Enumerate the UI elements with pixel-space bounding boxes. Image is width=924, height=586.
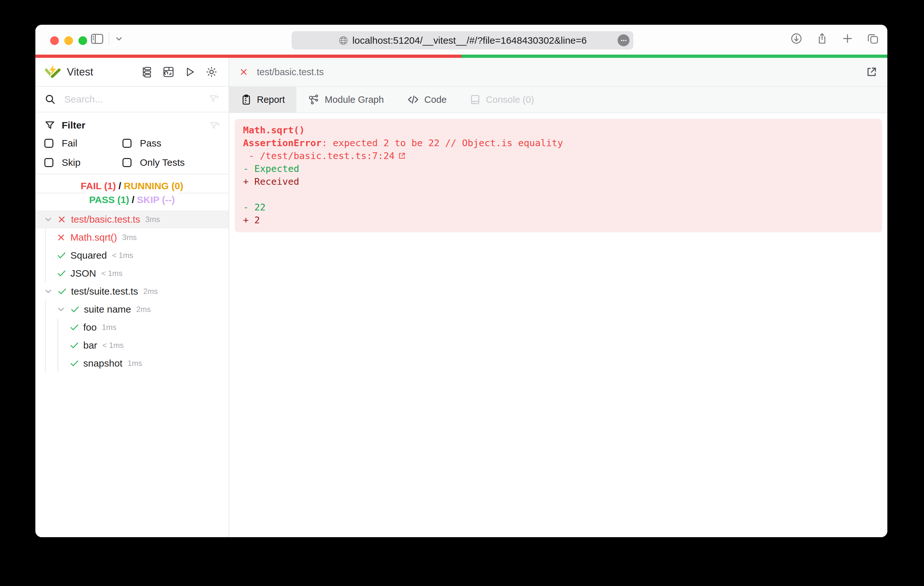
tree-row[interactable]: test/basic.test.ts3ms bbox=[35, 211, 229, 229]
sidebar: Vitest bbox=[35, 58, 229, 537]
sidebar-toggle-icon[interactable] bbox=[91, 33, 104, 44]
pass-count: PASS (1) bbox=[89, 194, 129, 205]
url-text: localhost:51204/__vitest__/#/?file=16484… bbox=[352, 35, 587, 46]
theme-toggle-sun-icon[interactable] bbox=[203, 64, 219, 80]
tree-row[interactable]: JSON< 1ms bbox=[35, 264, 229, 282]
downloads-icon[interactable] bbox=[790, 33, 802, 44]
test-duration: 3ms bbox=[145, 215, 160, 224]
globe-icon bbox=[338, 35, 348, 46]
pass-icon bbox=[69, 322, 83, 333]
pass-icon bbox=[56, 268, 70, 278]
vitest-logo bbox=[45, 64, 61, 80]
tree-view-toggle-icon[interactable] bbox=[139, 64, 155, 80]
test-label: test/suite.test.ts bbox=[71, 286, 138, 297]
tab-overview-icon[interactable] bbox=[867, 33, 879, 44]
test-duration: < 1ms bbox=[112, 251, 133, 260]
running-count: RUNNING (0) bbox=[124, 181, 183, 191]
share-icon[interactable] bbox=[816, 33, 828, 44]
new-tab-icon[interactable] bbox=[842, 33, 853, 44]
checkbox-skip[interactable] bbox=[45, 158, 53, 167]
file-header: test/basic.test.ts bbox=[229, 58, 887, 87]
close-window-button[interactable] bbox=[50, 36, 59, 45]
error-message: AssertionError: expected 2 to be 22 // O… bbox=[243, 137, 873, 150]
tab-report[interactable]: Report bbox=[229, 87, 297, 112]
fail-icon bbox=[56, 233, 70, 242]
open-file-name: test/basic.test.ts bbox=[257, 67, 866, 77]
test-duration: 3ms bbox=[122, 233, 137, 242]
filter-option-fail[interactable]: Fail bbox=[45, 137, 122, 150]
tree-row[interactable]: Squared< 1ms bbox=[35, 247, 229, 264]
view-tabs: ReportModule GraphCodeConsole (0) bbox=[229, 87, 887, 113]
test-duration: < 1ms bbox=[102, 341, 124, 350]
test-duration: < 1ms bbox=[101, 269, 122, 278]
dashboard-icon[interactable] bbox=[160, 64, 177, 80]
zoom-window-button[interactable] bbox=[78, 36, 87, 45]
tree-row[interactable]: snapshot1ms bbox=[35, 354, 229, 372]
test-duration: 1ms bbox=[128, 359, 142, 368]
stack-frame[interactable]: - /test/basic.test.ts:7:24 bbox=[243, 150, 873, 162]
chevron-down-icon[interactable] bbox=[43, 286, 57, 296]
test-label: Math.sqrt() bbox=[70, 232, 117, 243]
test-duration: 1ms bbox=[102, 323, 116, 332]
test-label: suite name bbox=[84, 304, 131, 315]
chevron-down-icon[interactable] bbox=[43, 215, 57, 224]
summary-line-1: FAIL (1)/RUNNING (0) bbox=[35, 179, 229, 193]
browser-toolbar: localhost:51204/__vitest__/#/?file=16484… bbox=[35, 25, 887, 54]
filter-option-only-tests[interactable]: Only Tests bbox=[122, 156, 219, 169]
filter-option-skip[interactable]: Skip bbox=[45, 156, 122, 169]
progress-fail bbox=[35, 54, 461, 58]
tree-row[interactable]: foo1ms bbox=[35, 318, 229, 336]
pass-icon bbox=[69, 358, 83, 369]
skip-count: SKIP (--) bbox=[137, 194, 175, 205]
tree-row[interactable]: suite name2ms bbox=[35, 300, 229, 318]
clear-search-filter-icon[interactable] bbox=[209, 94, 219, 105]
chevron-down-icon[interactable] bbox=[114, 35, 124, 43]
test-tree: test/basic.test.ts3msMath.sqrt()3msSquar… bbox=[35, 211, 229, 537]
chevron-down-icon[interactable] bbox=[56, 305, 70, 314]
diff-block: - Expected+ Received - 22+ 2 bbox=[243, 162, 873, 227]
window-controls bbox=[50, 36, 87, 45]
test-label: JSON bbox=[70, 268, 96, 279]
diff-line-received: + 2 bbox=[243, 214, 873, 227]
pass-icon bbox=[70, 304, 84, 314]
test-label: Squared bbox=[70, 250, 107, 261]
progress-pass bbox=[461, 54, 887, 58]
tab-console-0[interactable]: Console (0) bbox=[458, 87, 546, 112]
filter-icon bbox=[45, 120, 55, 131]
run-all-icon[interactable] bbox=[182, 64, 198, 80]
app-title: Vitest bbox=[67, 66, 139, 78]
minimize-window-button[interactable] bbox=[64, 36, 73, 45]
pass-icon bbox=[56, 250, 70, 260]
clipboard-icon bbox=[241, 94, 252, 105]
summary-line-2: PASS (1)/SKIP (--) bbox=[35, 193, 229, 207]
open-in-editor-icon[interactable] bbox=[866, 66, 878, 78]
diff-line-expected: - 22 bbox=[243, 201, 873, 214]
tree-row[interactable]: bar< 1ms bbox=[35, 336, 229, 354]
test-progress-bar bbox=[35, 54, 887, 58]
open-in-editor-icon[interactable] bbox=[398, 151, 406, 160]
search-input[interactable] bbox=[64, 94, 209, 105]
address-bar[interactable]: localhost:51204/__vitest__/#/?file=16484… bbox=[292, 31, 634, 49]
checkbox-only-tests[interactable] bbox=[122, 158, 132, 167]
checkbox-fail[interactable] bbox=[45, 139, 53, 148]
tree-row[interactable]: Math.sqrt()3ms bbox=[35, 229, 229, 247]
filter-title: Filter bbox=[62, 120, 85, 131]
sidebar-header: Vitest bbox=[35, 58, 229, 87]
tab-label: Module Graph bbox=[325, 94, 384, 105]
tab-label: Code bbox=[424, 94, 447, 105]
tree-row[interactable]: test/suite.test.ts2ms bbox=[35, 282, 229, 300]
tab-module-graph[interactable]: Module Graph bbox=[297, 87, 396, 112]
test-label: foo bbox=[83, 322, 97, 333]
filter-section: Filter Fail Pass bbox=[35, 112, 229, 174]
more-options-button[interactable] bbox=[618, 35, 630, 46]
test-label: snapshot bbox=[83, 358, 122, 369]
diff-line-blank bbox=[243, 188, 873, 201]
code-icon bbox=[407, 94, 419, 106]
checkbox-pass[interactable] bbox=[122, 139, 132, 148]
filter-option-pass[interactable]: Pass bbox=[122, 137, 219, 150]
tab-code[interactable]: Code bbox=[396, 87, 458, 112]
test-summary: FAIL (1)/RUNNING (0) PASS (1)/SKIP (--) bbox=[35, 174, 229, 211]
pass-icon bbox=[57, 286, 71, 296]
pass-icon bbox=[69, 340, 83, 351]
clear-filter-icon[interactable] bbox=[209, 121, 220, 132]
